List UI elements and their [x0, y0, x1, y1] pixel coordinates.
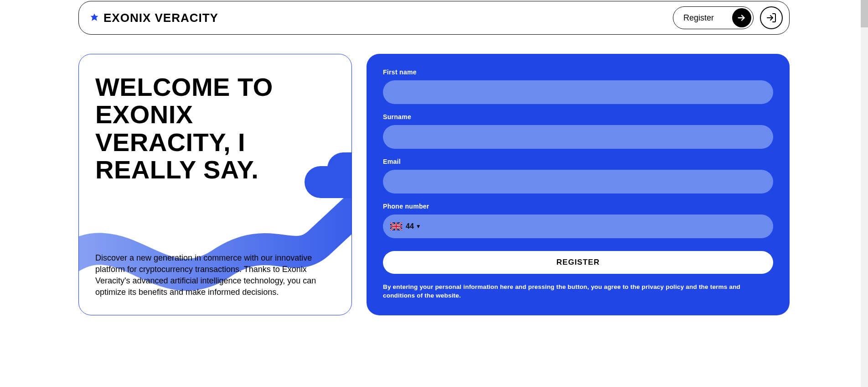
- page-scrollbar[interactable]: [861, 0, 868, 315]
- register-button[interactable]: Register: [673, 6, 754, 29]
- uk-flag-icon[interactable]: [390, 222, 402, 230]
- register-button-label: Register: [683, 13, 714, 23]
- header-bar: EXONIX VERACITY Register: [78, 1, 790, 35]
- phone-label: Phone number: [383, 203, 773, 210]
- phone-prefix[interactable]: 44: [406, 222, 414, 230]
- brand: EXONIX VERACITY: [90, 11, 218, 25]
- brand-star-icon: [90, 13, 99, 22]
- svg-rect-7: [390, 226, 402, 227]
- hero-panel: WELCOME TO EXONIX VERACITY, I REALLY SAY…: [78, 54, 352, 315]
- email-input[interactable]: [383, 170, 773, 194]
- first-name-input[interactable]: [383, 80, 773, 104]
- chevron-down-icon[interactable]: ▼: [416, 223, 421, 230]
- brand-name: EXONIX VERACITY: [103, 11, 218, 25]
- first-name-label: First name: [383, 68, 773, 76]
- arrow-right-icon: [732, 8, 751, 27]
- email-label: Email: [383, 158, 773, 165]
- login-button[interactable]: [760, 6, 783, 29]
- svg-marker-0: [91, 14, 98, 21]
- surname-label: Surname: [383, 113, 773, 120]
- form-disclaimer: By entering your personal information he…: [383, 283, 773, 300]
- hero-description: Discover a new generation in commerce wi…: [95, 252, 335, 298]
- hero-title: WELCOME TO EXONIX VERACITY, I REALLY SAY…: [95, 73, 335, 184]
- login-icon: [766, 12, 777, 23]
- surname-input[interactable]: [383, 125, 773, 149]
- register-submit-button[interactable]: REGISTER: [383, 251, 773, 274]
- phone-input[interactable]: [426, 214, 766, 238]
- registration-form: First name Surname Email Phone number: [367, 54, 790, 315]
